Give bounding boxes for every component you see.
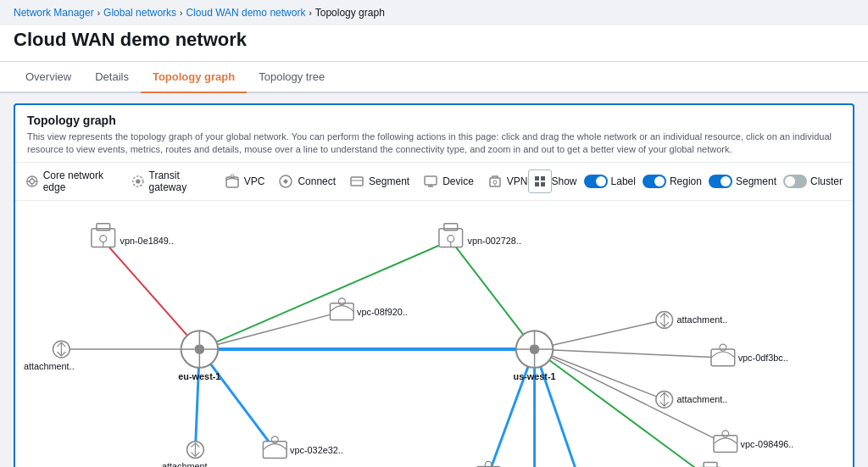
svg-rect-66: [704, 462, 717, 467]
node-vpn-0e1849[interactable]: vpn-0e1849..: [92, 224, 174, 247]
breadcrumb-current: Topology graph: [315, 7, 385, 19]
graph-description: This view represents the topology graph …: [27, 131, 841, 157]
svg-text:vpc-0df3bc..: vpc-0df3bc..: [738, 353, 788, 363]
connect-icon: [278, 174, 293, 189]
tab-overview[interactable]: Overview: [14, 62, 83, 93]
topology-graph-canvas[interactable]: eu-west-1 us-west-1 vpn-0e1849..: [15, 201, 853, 467]
legend-transit-gateway: Transit gateway: [131, 170, 211, 193]
breadcrumb-sep-2: ›: [180, 8, 182, 18]
legend-vpn: VPN: [487, 174, 528, 189]
core-network-edge-icon: [25, 174, 39, 189]
legend-connect-label: Connect: [298, 175, 336, 187]
edge-us-att-right: [535, 320, 665, 349]
topology-svg: eu-west-1 us-west-1 vpn-0e1849..: [15, 201, 853, 467]
node-vpc-08f920[interactable]: vpc-08f920..: [330, 298, 407, 320]
toggle-label[interactable]: Label: [584, 175, 636, 188]
node-eu-west-1[interactable]: eu-west-1: [178, 331, 220, 381]
region-toggle-label: Region: [670, 175, 702, 187]
legend-transit-label: Transit gateway: [149, 170, 211, 193]
region-toggle-switch[interactable]: [643, 175, 666, 188]
svg-text:attachment..: attachment..: [162, 461, 213, 467]
breadcrumb: Network Manager › Global networks › Clou…: [0, 0, 868, 25]
svg-rect-20: [541, 176, 545, 181]
svg-rect-11: [351, 177, 363, 186]
svg-text:attachment..: attachment..: [24, 361, 75, 371]
toggle-region[interactable]: Region: [643, 175, 702, 188]
node-attachment-right2[interactable]: attachment..: [656, 391, 727, 408]
legend-segment: Segment: [349, 174, 409, 189]
tab-details[interactable]: Details: [83, 62, 141, 93]
segment-icon: [349, 174, 364, 189]
svg-rect-21: [535, 182, 539, 186]
cluster-toggle-label: Cluster: [810, 175, 843, 187]
cluster-toggle-switch[interactable]: [783, 175, 807, 188]
edge-us-vpn-03bc26: [535, 349, 710, 467]
transit-gateway-icon: [131, 174, 145, 189]
tab-topology-graph[interactable]: Topology graph: [141, 62, 247, 93]
node-attachment-right[interactable]: attachment..: [656, 311, 727, 328]
breadcrumb-sep-3: ›: [309, 8, 311, 18]
grid-view-button[interactable]: [528, 170, 552, 193]
edge-us-vpn2: [451, 240, 535, 348]
node-vpc-0df3bc[interactable]: vpc-0df3bc..: [711, 344, 788, 366]
node-vpn-03bc26[interactable]: vpn-03bc26..: [698, 462, 778, 467]
tab-topology-tree[interactable]: Topology tree: [247, 62, 337, 93]
node-attachment-bottom[interactable]: attachment..: [162, 442, 213, 467]
breadcrumb-sep-1: ›: [97, 8, 100, 18]
edge-eu-vpc1: [199, 311, 342, 348]
graph-toolbar: Core network edge Transit gateway VPC: [15, 163, 853, 201]
svg-text:vpn-002728..: vpn-002728..: [468, 235, 521, 245]
device-icon: [423, 174, 438, 189]
legend-core-label: Core network edge: [43, 170, 118, 193]
svg-text:vpc-08f920..: vpc-08f920..: [357, 306, 408, 316]
label-toggle-switch[interactable]: [584, 175, 608, 188]
svg-point-24: [194, 344, 204, 354]
tabs-bar: Overview Details Topology graph Topology…: [0, 62, 868, 93]
node-us-west-1[interactable]: us-west-1: [514, 331, 556, 381]
svg-text:attachment..: attachment..: [677, 394, 728, 404]
vpn-icon: [487, 174, 503, 189]
show-text: Show: [552, 175, 577, 187]
svg-text:vpc-032e32..: vpc-032e32..: [290, 444, 343, 454]
label-toggle-label: Label: [611, 175, 636, 187]
svg-text:vpc-098496..: vpc-098496..: [741, 438, 794, 448]
segment-toggle-switch[interactable]: [709, 175, 732, 188]
node-vpc-032e32[interactable]: vpc-032e32..: [263, 436, 342, 459]
topology-content: Topology graph This view represents the …: [14, 103, 854, 467]
legend-connect: Connect: [278, 174, 336, 189]
svg-rect-22: [541, 182, 545, 186]
node-vpc-098496[interactable]: vpc-098496..: [714, 431, 793, 453]
svg-point-1: [30, 179, 34, 183]
svg-text:vpn-0e1849..: vpn-0e1849..: [120, 235, 174, 245]
graph-header: Topology graph This view represents the …: [15, 105, 853, 163]
svg-rect-19: [535, 176, 539, 181]
legend-vpc-label: VPC: [244, 175, 265, 187]
vpc-icon: [225, 174, 240, 189]
edge-eu-vpn2: [199, 240, 450, 348]
legend-device-label: Device: [442, 175, 474, 187]
legend-items: Core network edge Transit gateway VPC: [25, 170, 528, 193]
toggle-cluster[interactable]: Cluster: [783, 175, 843, 188]
legend-segment-label: Segment: [369, 175, 409, 187]
node-vpc-06a0b1[interactable]: vpc-06a0b1..: [476, 461, 556, 467]
toggle-segment[interactable]: Segment: [709, 175, 776, 188]
grid-icon: [534, 175, 546, 187]
node-vpn-002728[interactable]: vpn-002728..: [439, 224, 521, 247]
edge-eu-vpn1: [103, 240, 200, 348]
page-header: Cloud WAN demo network: [0, 25, 868, 62]
breadcrumb-network-manager[interactable]: Network Manager: [14, 7, 94, 19]
legend-vpn-label: VPN: [507, 175, 528, 187]
show-controls: Show Label Region Segment Cluster: [552, 175, 843, 188]
svg-point-31: [530, 344, 540, 354]
graph-title: Topology graph: [27, 114, 841, 127]
svg-point-17: [493, 181, 497, 184]
page-title: Cloud WAN demo network: [14, 29, 854, 51]
breadcrumb-cloud-wan[interactable]: Cloud WAN demo network: [186, 7, 305, 19]
edge-us-vpc-0df3bc: [535, 349, 723, 358]
svg-rect-13: [425, 176, 437, 185]
breadcrumb-global-networks[interactable]: Global networks: [103, 7, 176, 19]
node-attachment-left[interactable]: attachment..: [24, 341, 75, 371]
legend-device: Device: [423, 174, 474, 189]
legend-vpc: VPC: [225, 174, 265, 189]
svg-text:eu-west-1: eu-west-1: [178, 370, 220, 381]
